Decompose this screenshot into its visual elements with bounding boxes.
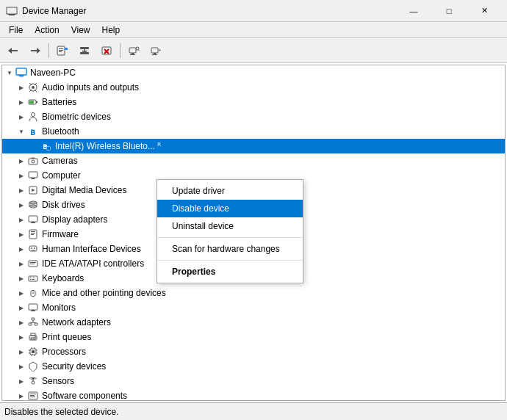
expand-icon: ▶ xyxy=(17,259,26,268)
svg-rect-9 xyxy=(80,47,89,49)
minimize-button[interactable]: — xyxy=(397,0,431,22)
tree-item-intel-bt[interactable]: ʙ Intel(R) Wireless Blueto... ᴿ xyxy=(2,139,505,153)
tree-item-security[interactable]: ▶ Security devices xyxy=(2,359,505,374)
context-menu: Update driver Disable device Uninstall d… xyxy=(157,179,303,283)
expand-icon: ▶ xyxy=(17,156,26,165)
forward-button[interactable] xyxy=(25,41,46,60)
batteries-label: Batteries xyxy=(42,97,76,107)
menu-file[interactable]: File xyxy=(3,23,29,37)
close-button[interactable]: ✕ xyxy=(467,0,501,22)
svg-rect-46 xyxy=(31,222,35,223)
svg-rect-45 xyxy=(32,222,35,222)
svg-rect-36 xyxy=(29,172,37,178)
expand-icon: ▶ xyxy=(17,377,26,385)
menu-action[interactable]: Action xyxy=(29,23,65,37)
device-tree[interactable]: ▼ Naveen-PC ▶ Audio inputs and outpu xyxy=(1,65,506,401)
expand-icon: ▼ xyxy=(5,68,14,77)
cameras-label: Cameras xyxy=(42,156,78,166)
tree-item-bluetooth[interactable]: ▼ ʙ Bluetooth xyxy=(2,124,505,139)
svg-rect-63 xyxy=(32,279,34,280)
mouse-icon xyxy=(27,287,39,299)
menu-help[interactable]: Help xyxy=(96,23,126,37)
svg-rect-20 xyxy=(152,54,157,55)
security-label: Security devices xyxy=(42,361,106,372)
properties-button[interactable] xyxy=(52,41,73,60)
status-bar: Disables the selected device. xyxy=(0,402,507,420)
ctx-separator-2 xyxy=(157,260,303,261)
svg-rect-48 xyxy=(31,231,35,232)
hid-icon xyxy=(27,243,39,255)
media-icon xyxy=(27,184,39,196)
svg-rect-62 xyxy=(30,279,31,280)
tree-item-sw-components[interactable]: ▶ Software components xyxy=(2,388,505,401)
svg-rect-61 xyxy=(35,278,35,278)
svg-rect-57 xyxy=(29,276,37,281)
display-label: Display adapters xyxy=(42,214,107,225)
scan-button[interactable] xyxy=(123,41,144,60)
expand-icon: ▶ xyxy=(17,318,26,327)
uninstall-button[interactable] xyxy=(96,41,117,60)
svg-point-30 xyxy=(32,113,35,117)
back-button[interactable] xyxy=(3,41,24,60)
tree-item-monitors[interactable]: ▶ Monitors xyxy=(2,300,505,315)
svg-line-73 xyxy=(30,322,33,323)
ctx-update-driver[interactable]: Update driver xyxy=(157,182,303,200)
svg-rect-64 xyxy=(35,279,35,280)
svg-point-26 xyxy=(32,86,35,89)
ctx-scan-hardware[interactable]: Scan for hardware changes xyxy=(157,240,303,258)
sw-components-icon xyxy=(27,390,39,401)
svg-rect-13 xyxy=(129,48,136,53)
tree-item-cameras[interactable]: ▶ Cameras xyxy=(2,153,505,168)
firmware-label: Firmware xyxy=(42,229,79,239)
svg-rect-18 xyxy=(151,48,158,53)
svg-point-78 xyxy=(35,336,36,338)
status-text: Disables the selected device. xyxy=(4,407,118,417)
audio-label: Audio inputs and outputs xyxy=(42,82,139,93)
add-button[interactable]: + xyxy=(145,41,166,60)
menu-view[interactable]: View xyxy=(65,23,96,37)
maximize-button[interactable]: □ xyxy=(432,0,466,22)
tree-root[interactable]: ▼ Naveen-PC xyxy=(2,65,505,80)
firmware-icon xyxy=(27,228,39,240)
svg-rect-5 xyxy=(59,50,63,51)
computer-icon xyxy=(15,67,27,79)
expand-icon: ▶ xyxy=(17,362,26,371)
camera-icon xyxy=(27,155,39,167)
update-driver-button[interactable] xyxy=(74,41,95,60)
tree-item-sensors[interactable]: ▶ Sensors xyxy=(2,374,505,388)
svg-rect-28 xyxy=(36,101,37,103)
svg-rect-6 xyxy=(59,51,62,52)
svg-rect-37 xyxy=(31,178,35,178)
tree-item-batteries[interactable]: ▶ Batteries xyxy=(2,95,505,109)
tree-item-mice[interactable]: ▶ Mice and other pointing devices xyxy=(2,286,505,300)
tree-item-processors[interactable]: ▶ Processors xyxy=(2,344,505,359)
tree-item-network[interactable]: ▶ Network adapters xyxy=(2,315,505,330)
expand-icon: ▶ xyxy=(17,289,26,297)
svg-rect-56 xyxy=(30,264,35,264)
separator-1 xyxy=(48,43,49,58)
ctx-uninstall-device[interactable]: Uninstall device xyxy=(157,217,303,235)
tree-item-biometric[interactable]: ▶ Biometric devices xyxy=(2,109,505,124)
separator-2 xyxy=(120,43,121,58)
expand-icon: ▶ xyxy=(17,230,26,239)
ctx-disable-device[interactable]: Disable device xyxy=(157,200,303,217)
content-area: ▼ Naveen-PC ▶ Audio inputs and outpu xyxy=(0,63,507,402)
svg-rect-4 xyxy=(59,48,63,49)
expand-icon: ▶ xyxy=(17,171,26,180)
svg-rect-1 xyxy=(8,14,15,15)
svg-rect-94 xyxy=(30,397,35,397)
svg-line-74 xyxy=(33,322,36,323)
expand-icon: ▶ xyxy=(17,186,26,195)
biometric-label: Biometric devices xyxy=(42,112,111,122)
display-icon xyxy=(27,214,39,225)
tree-item-audio[interactable]: ▶ Audio inputs and outputs xyxy=(2,80,505,95)
hid-label: Human Interface Devices xyxy=(42,244,141,254)
ctx-properties[interactable]: Properties xyxy=(157,263,303,280)
svg-rect-14 xyxy=(132,53,134,54)
svg-rect-76 xyxy=(31,333,35,336)
tree-item-print[interactable]: ▶ Print queues xyxy=(2,330,505,344)
window-controls: — □ ✕ xyxy=(397,0,501,22)
network-icon xyxy=(27,316,39,328)
expand-icon: ▶ xyxy=(17,112,26,121)
svg-rect-38 xyxy=(32,178,35,179)
